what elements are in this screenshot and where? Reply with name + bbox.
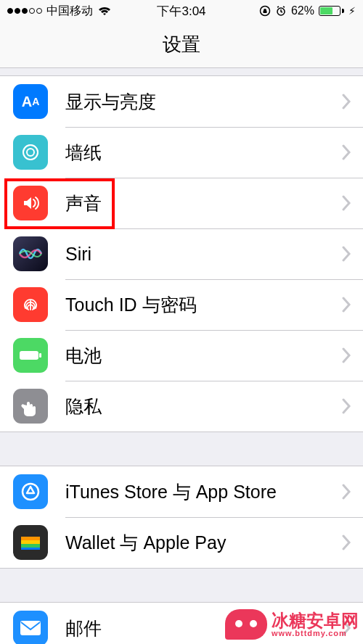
battery-pct: 62% xyxy=(291,4,314,17)
svg-rect-5 xyxy=(39,353,41,358)
watermark-url: www.bttdmy.com xyxy=(272,629,359,637)
carrier-label: 中国移动 xyxy=(46,4,93,19)
chevron-right-icon xyxy=(341,144,351,160)
row-wallet[interactable]: Wallet 与 Apple Pay xyxy=(0,517,363,568)
row-siri[interactable]: Siri xyxy=(0,228,363,279)
siri-icon xyxy=(13,236,48,271)
chevron-right-icon xyxy=(341,246,351,262)
status-bar: 中国移动 下午3:04 62% ⚡︎ xyxy=(0,0,363,22)
status-right: 62% ⚡︎ xyxy=(259,4,356,17)
row-label: Touch ID 与密码 xyxy=(65,293,341,317)
row-touchid[interactable]: Touch ID 与密码 xyxy=(0,279,363,330)
status-left: 中国移动 xyxy=(7,4,112,19)
row-battery[interactable]: 电池 xyxy=(0,330,363,381)
row-label: 电池 xyxy=(65,344,341,368)
status-time: 下午3:04 xyxy=(157,3,205,20)
mail-icon xyxy=(13,611,48,644)
signal-dots-icon xyxy=(7,8,42,14)
watermark: 冰糖安卓网 www.bttdmy.com xyxy=(225,609,359,640)
row-privacy[interactable]: 隐私 xyxy=(0,381,363,432)
chevron-right-icon xyxy=(341,94,351,110)
row-sounds[interactable]: 声音 xyxy=(0,178,363,228)
row-label: 声音 xyxy=(65,191,341,215)
watermark-text: 冰糖安卓网 xyxy=(272,612,359,629)
chevron-right-icon xyxy=(341,398,351,414)
chevron-right-icon xyxy=(341,297,351,313)
row-display[interactable]: AA 显示与亮度 xyxy=(0,76,363,127)
privacy-icon xyxy=(13,389,48,424)
page-title: 设置 xyxy=(163,32,200,57)
wifi-icon xyxy=(97,6,112,16)
wallpaper-icon xyxy=(13,135,48,170)
sounds-icon xyxy=(13,186,48,220)
battery-icon xyxy=(319,6,344,16)
row-label: 墙纸 xyxy=(65,141,341,165)
fingerprint-icon xyxy=(13,287,48,322)
row-label: Wallet 与 Apple Pay xyxy=(65,531,341,555)
svg-rect-9 xyxy=(21,540,40,544)
appstore-icon xyxy=(13,474,48,509)
chevron-right-icon xyxy=(341,347,351,363)
row-label: Siri xyxy=(65,244,341,265)
row-label: iTunes Store 与 App Store xyxy=(65,480,341,504)
svg-rect-12 xyxy=(20,621,41,635)
screen: 中国移动 下午3:04 62% ⚡︎ 设置 A xyxy=(0,0,363,644)
svg-rect-8 xyxy=(21,537,40,540)
svg-rect-11 xyxy=(21,548,40,550)
orientation-lock-icon xyxy=(259,5,271,17)
watermark-logo-icon xyxy=(225,609,267,640)
display-icon: AA xyxy=(13,84,48,119)
svg-rect-10 xyxy=(21,544,40,548)
charging-icon: ⚡︎ xyxy=(348,5,356,17)
nav-header: 设置 xyxy=(0,22,363,68)
row-wallpaper[interactable]: 墙纸 xyxy=(0,127,363,178)
settings-list: AA 显示与亮度 墙纸 声音 xyxy=(0,75,363,644)
wallet-icon xyxy=(13,525,48,560)
settings-group-2: iTunes Store 与 App Store Wallet 与 Apple … xyxy=(0,466,363,569)
row-itunes[interactable]: iTunes Store 与 App Store xyxy=(0,466,363,517)
row-label: 显示与亮度 xyxy=(65,90,341,114)
chevron-right-icon xyxy=(341,534,351,550)
svg-rect-4 xyxy=(20,351,38,360)
row-label: 隐私 xyxy=(65,395,341,418)
chevron-right-icon xyxy=(341,484,351,500)
settings-group-1: AA 显示与亮度 墙纸 声音 xyxy=(0,75,363,432)
svg-point-3 xyxy=(27,149,34,156)
chevron-right-icon xyxy=(341,195,351,211)
alarm-icon xyxy=(275,5,287,17)
battery-row-icon xyxy=(13,338,48,373)
